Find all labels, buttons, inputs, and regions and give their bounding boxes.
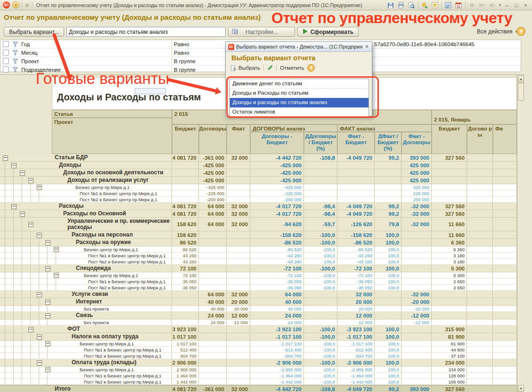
variant-list-item[interactable]: Доходы и расходы по статьям анализ (230, 98, 368, 107)
col-header-budget[interactable]: Бюджет (172, 124, 199, 154)
collapse-expander-icon[interactable] (45, 341, 50, 346)
col-header-contracts-analysis[interactable]: ДОГОВОРЫ анализ (250, 124, 337, 132)
scroll-up-icon[interactable]: ▲ (518, 75, 524, 82)
toolbar-overflow-caret-icon[interactable]: ▾ (499, 3, 501, 7)
table-row[interactable]: Пост №1 в Бизнес центр пр.Мира д.1-225 0… (0, 190, 517, 196)
collapse-expander-icon[interactable] (28, 178, 33, 183)
table-row[interactable]: Бизнес центр пр.Мира д.12 906 000-2 906 … (0, 367, 517, 373)
settings-button[interactable]: Настройки... (228, 27, 295, 37)
table-row[interactable]: Спецодежда72 100-72 100-100,0-72 100100,… (0, 265, 517, 272)
table-row[interactable]: Пост №1 в Бизнес центр пр.Мира д.136 050… (0, 278, 517, 285)
collapse-expander-icon[interactable] (37, 335, 42, 340)
filter-checkbox[interactable] (3, 58, 9, 64)
variant-list-item[interactable]: Доходы и Расходы по статьям (230, 89, 368, 98)
close-button[interactable]: × (522, 2, 529, 8)
col-header-jan-fact[interactable]: Фа (493, 124, 517, 154)
collapse-expander-icon[interactable] (37, 185, 42, 190)
collapse-expander-icon[interactable] (28, 222, 33, 227)
edit-pencil-icon[interactable] (267, 65, 273, 71)
collapse-expander-icon[interactable] (37, 233, 42, 238)
filter-checkbox[interactable] (3, 49, 9, 56)
table-row[interactable]: Интернет40 00020 00040 00020 000-20 000 (0, 298, 517, 306)
scrollbar-thumb[interactable] (518, 83, 524, 101)
table-row[interactable]: Расходы по Основной4 081 72064 00032 000… (0, 210, 517, 218)
col-header-contracts-minus-budget[interactable]: Договоры - Бюджет (250, 132, 304, 154)
table-row[interactable]: Пост №1 в Бизнес центр пр.Мира д.143 260… (0, 253, 517, 259)
table-row[interactable]: Управленческие и пр. коммерческие расход… (0, 218, 517, 231)
filter-checkbox[interactable] (3, 41, 9, 47)
collapse-expander-icon[interactable] (45, 300, 50, 305)
col-header-dcontracts-budget[interactable]: ДДоговоры / Бюджет (%) (304, 132, 337, 154)
col-header-jan-budget[interactable]: Бюджет (432, 124, 467, 154)
col-header-fact-minus-budget[interactable]: Факт - Бюджет (337, 132, 375, 154)
table-row[interactable]: Доходы по основной деятельности-425 000-… (0, 169, 517, 177)
table-row[interactable]: Расходы4 081 72064 00032 000-4 017 720-9… (0, 203, 517, 210)
table-row[interactable]: Связь24 00012 00024 00012 000-12 000 (0, 312, 517, 319)
memory-recall-button[interactable]: М (468, 1, 476, 9)
table-row[interactable]: Пост №2 в Бизнес центр пр.Мира д.143 260… (0, 259, 517, 265)
scroll-down-icon[interactable]: ▼ (518, 385, 524, 392)
maximize-button[interactable]: □ (513, 2, 520, 8)
preview-icon[interactable] (408, 1, 416, 9)
col-header-january[interactable]: 2 015, Январь (432, 110, 517, 124)
col-header-project[interactable]: Проект (52, 118, 172, 154)
col-header-fact-analysis[interactable]: ФАКТ анализ (337, 124, 432, 132)
table-row[interactable]: Расходы на оружие86 520-86 520-100,0-86 … (0, 239, 517, 246)
memory-minus-button[interactable]: М− (489, 1, 497, 9)
favorites-list-icon[interactable] (431, 1, 439, 9)
table-row[interactable]: Налоги на оплату труда1 017 100-1 017 10… (0, 333, 517, 341)
main-menu-button[interactable]: ▾ (12, 1, 19, 8)
collapse-expander-icon[interactable] (37, 360, 42, 366)
table-row[interactable]: Пост №1 в Бизнес центр пр.Мира д.1512 40… (0, 347, 517, 353)
collapse-expander-icon[interactable] (54, 273, 59, 278)
col-header-jan-contracts[interactable]: Догово ры (467, 124, 493, 154)
calculator-icon[interactable] (444, 1, 452, 9)
dialog-help-icon[interactable]: ? (307, 64, 315, 72)
dialog-close-button[interactable]: × (364, 43, 369, 50)
table-row[interactable]: Оплата труда (оклады)2 906 000-2 906 000… (0, 359, 517, 367)
collapse-expander-icon[interactable] (28, 327, 33, 332)
table-row[interactable]: Пост №2 в Бизнес центр пр.Мира д.136 050… (0, 285, 517, 291)
collapse-expander-icon[interactable] (11, 163, 16, 168)
col-header-fact[interactable]: Факт (227, 124, 250, 154)
minimize-button[interactable]: – (503, 2, 510, 8)
table-row[interactable]: Пост №2 в Бизнес центр пр.Мира д.1-200 0… (0, 196, 517, 203)
table-row[interactable]: Без проекта40 00020 00040 00020 000-20 0… (0, 306, 517, 312)
table-row[interactable]: Доходы от реализации услуг-425 000-425 0… (0, 177, 517, 184)
col-header-dfact-budget[interactable]: ДФакт / Бюджет (%) (375, 132, 401, 154)
dialog-select-button[interactable]: Выбрать (230, 65, 260, 71)
table-row[interactable]: Услуги связи64 00032 00064 00032 000-32 … (0, 291, 517, 298)
table-row[interactable]: Статьи БДР4 081 720-361 00032 000-4 442 … (0, 154, 517, 162)
dialog-titlebar[interactable]: 1С Выбрать вариант отчета - Демостра... … (226, 42, 372, 52)
col-header-contracts[interactable]: Договоры (199, 124, 227, 154)
variant-list-item[interactable]: Движение денег по статьям (230, 79, 368, 89)
col-header-article[interactable]: Статья (52, 110, 172, 118)
table-row[interactable]: Расходы на персонал158 620-158 620-100,0… (0, 231, 517, 239)
all-actions-button[interactable]: Все действия ▼ (477, 28, 518, 35)
table-row[interactable]: Бизнес центр пр.Мира д.186 520-86 520-10… (0, 246, 517, 253)
vertical-scrollbar[interactable]: ▲ ▼ (517, 75, 524, 392)
table-row[interactable]: Пост №2 в Бизнес центр пр.Мира д.1504 70… (0, 353, 517, 359)
table-row[interactable]: Без проекта24 00012 00024 00012 000-12 0… (0, 319, 517, 326)
table-row[interactable]: Пост №2 в Бизнес центр пр.Мира д.11 442 … (0, 379, 517, 385)
save-icon[interactable] (387, 1, 395, 9)
table-row[interactable]: Бизнес центр пр.Мира д.172 100-72 100-10… (0, 272, 517, 278)
table-row[interactable]: Пост №1 в Бизнес центр пр.Мира д.11 464 … (0, 373, 517, 379)
collapse-expander-icon[interactable] (37, 292, 42, 297)
table-row[interactable]: Бизнес центр пр.Мира д.11 017 100-1 017 … (0, 341, 517, 347)
variant-input[interactable] (66, 27, 226, 37)
table-row[interactable]: Итого4 081 720-361 00032 000-4 442 720-1… (0, 385, 517, 392)
favorites-star-icon[interactable]: ★ (25, 2, 30, 8)
calendar-icon[interactable]: 31 (455, 1, 463, 9)
print-icon[interactable] (397, 1, 405, 9)
filter-checkbox[interactable] (3, 66, 9, 73)
collapse-expander-icon[interactable] (3, 155, 8, 161)
variant-list-item[interactable]: Остаток лимитов (230, 107, 368, 116)
memory-plus-button[interactable]: М+ (478, 1, 486, 9)
collapse-expander-icon[interactable] (20, 212, 25, 217)
help-icon[interactable]: ? (516, 27, 525, 36)
collapse-expander-icon[interactable] (11, 204, 16, 209)
collapse-expander-icon[interactable] (54, 247, 59, 252)
table-row[interactable]: Доходы-425 000-425 000425 000 (0, 162, 517, 169)
collapse-expander-icon[interactable] (20, 171, 25, 176)
